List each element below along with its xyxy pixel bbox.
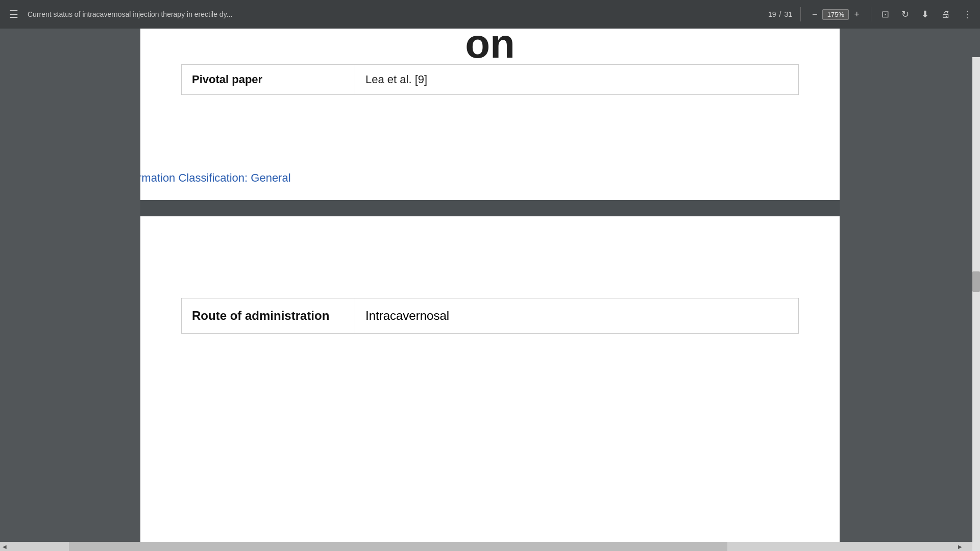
mid-space-1 <box>140 95 840 156</box>
rotate-button[interactable]: ↻ <box>899 7 911 22</box>
table-row: Pivotal paper Lea et al. [9] <box>182 65 799 95</box>
print-button[interactable]: 🖨 <box>939 7 952 22</box>
dark-separator <box>140 200 840 216</box>
content-area: on Pivotal paper Lea et al. [9] rmation … <box>0 29 980 551</box>
bottom-table-section: Route of administration Intracavernosal <box>140 298 840 334</box>
page-navigation: 19 / 31 <box>768 10 792 18</box>
zoom-value[interactable]: 175% <box>822 9 849 20</box>
toolbar-divider-2 <box>871 7 871 21</box>
bottom-space <box>140 334 840 507</box>
top-table-section: Pivotal paper Lea et al. [9] <box>140 64 840 95</box>
fit-page-button[interactable]: ⊡ <box>879 7 891 22</box>
menu-icon[interactable]: ☰ <box>6 5 21 23</box>
page-separator: / <box>779 10 781 18</box>
classification-label: rmation Classification: General <box>140 161 840 195</box>
table-row: Route of administration Intracavernosal <box>182 298 799 334</box>
zoom-decrease-button[interactable]: − <box>809 7 821 22</box>
pdf-page: on Pivotal paper Lea et al. [9] rmation … <box>140 29 840 551</box>
document-title: Current status of intracavernosal inject… <box>28 10 762 18</box>
top-data-table: Pivotal paper Lea et al. [9] <box>181 64 799 95</box>
bottom-scrollbar-thumb[interactable] <box>69 542 727 551</box>
right-scrollbar[interactable] <box>972 57 980 551</box>
route-value: Intracavernosal <box>355 298 799 334</box>
scroll-right-arrow[interactable]: ▶ <box>955 542 965 551</box>
table-cell-label: Pivotal paper <box>182 65 355 95</box>
table-cell-value: Lea et al. [9] <box>355 65 799 95</box>
toolbar-right-icons: ⊡ ↻ ⬇ 🖨 ⋮ <box>879 7 974 22</box>
scroll-left-arrow[interactable]: ◀ <box>0 542 9 551</box>
right-scrollbar-thumb[interactable] <box>972 271 980 292</box>
toolbar-divider-1 <box>800 7 801 21</box>
zoom-controls: − 175% + <box>809 7 863 22</box>
white-space <box>140 216 840 298</box>
download-button[interactable]: ⬇ <box>919 7 931 22</box>
current-page[interactable]: 19 <box>768 10 776 18</box>
route-label: Route of administration <box>182 298 355 334</box>
zoom-increase-button[interactable]: + <box>851 7 863 22</box>
total-pages: 31 <box>784 10 792 18</box>
partial-heading: on <box>140 29 840 64</box>
bottom-data-table: Route of administration Intracavernosal <box>181 298 799 334</box>
toolbar: ☰ Current status of intracavernosal inje… <box>0 0 980 29</box>
more-options-button[interactable]: ⋮ <box>961 7 974 22</box>
bottom-scrollbar[interactable]: ◀ ▶ <box>0 542 972 551</box>
